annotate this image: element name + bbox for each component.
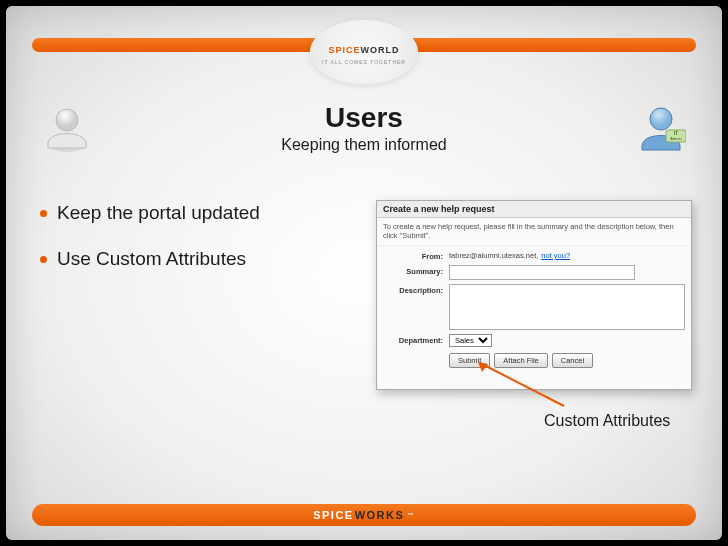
cancel-button[interactable]: Cancel	[552, 353, 593, 368]
svg-point-1	[56, 109, 78, 131]
logo-text-world: WORLD	[361, 45, 400, 55]
page-title: Users	[6, 102, 722, 134]
footer-logo-part2: WORKS	[355, 509, 405, 521]
svg-text:Admin: Admin	[670, 136, 681, 141]
bullet-list: Keep the portal updated Use Custom Attri…	[40, 202, 260, 294]
spiceworks-footer-logo: SPICEWORKS™	[313, 509, 415, 521]
form-header: Create a new help request	[377, 201, 691, 218]
bullet-dot-icon	[40, 210, 47, 217]
spiceworld-logo-badge: SPICEWORLD IT ALL COMES TOGETHER	[310, 20, 418, 84]
bullet-text: Keep the portal updated	[57, 202, 260, 224]
logo-tagline: IT ALL COMES TOGETHER	[322, 59, 406, 65]
from-value: tabrez@alumni.utexas.net,	[449, 251, 538, 260]
svg-point-2	[650, 108, 672, 130]
list-item: Keep the portal updated	[40, 202, 260, 224]
title-block: Users Keeping them informed	[6, 102, 722, 154]
summary-label: Summary:	[383, 265, 449, 280]
callout-label: Custom Attributes	[544, 412, 670, 430]
footer-tm: ™	[407, 512, 415, 518]
not-you-link[interactable]: not you?	[541, 251, 570, 260]
bullet-text: Use Custom Attributes	[57, 248, 246, 270]
footer-orange-bar: SPICEWORKS™	[32, 504, 696, 526]
submit-button[interactable]: Submit	[449, 353, 490, 368]
department-label: Department:	[383, 334, 449, 347]
summary-input[interactable]	[449, 265, 635, 280]
bullet-dot-icon	[40, 256, 47, 263]
page-subtitle: Keeping them informed	[6, 136, 722, 154]
help-request-form: Create a new help request To create a ne…	[376, 200, 692, 390]
from-label: From:	[383, 250, 449, 261]
logo-text-spice: SPICE	[328, 45, 360, 55]
department-select[interactable]: Sales	[449, 334, 492, 347]
user-buddy-icon	[42, 104, 92, 156]
it-admin-buddy-icon: IT Admin	[636, 102, 686, 158]
description-textarea[interactable]	[449, 284, 685, 330]
list-item: Use Custom Attributes	[40, 248, 260, 270]
footer-logo-part1: SPICE	[313, 509, 354, 521]
attach-file-button[interactable]: Attach File	[494, 353, 547, 368]
description-label: Description:	[383, 284, 449, 330]
form-instructions: To create a new help request, please fil…	[377, 218, 691, 246]
